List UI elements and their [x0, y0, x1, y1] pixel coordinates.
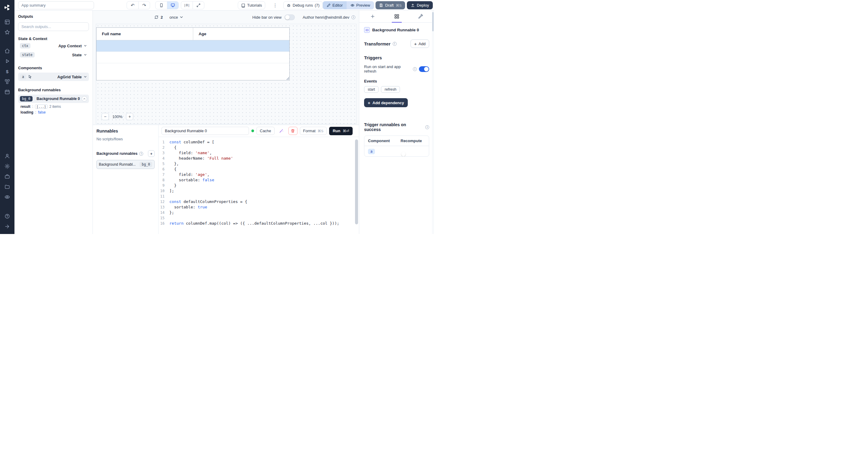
- favorites-icon[interactable]: [0, 27, 14, 37]
- run-on-start-toggle[interactable]: [419, 66, 429, 72]
- page-scrollbar-thumb[interactable]: [432, 12, 434, 31]
- tab-preview[interactable]: Preview: [347, 1, 374, 9]
- code-lines[interactable]: 1const columnDef = [2 {3 field: 'name',4…: [158, 137, 359, 226]
- loading-row: loading : false: [18, 109, 89, 114]
- run-on-start-info-icon[interactable]: [413, 67, 417, 71]
- search-outputs-input[interactable]: [18, 22, 89, 31]
- frequency-select[interactable]: once: [169, 15, 184, 20]
- tab-component-settings[interactable]: [392, 10, 402, 22]
- mobile-view-icon[interactable]: [156, 1, 167, 9]
- state-row[interactable]: state State: [18, 51, 89, 59]
- hide-bar-toggle[interactable]: [284, 14, 295, 20]
- transformer-info-icon[interactable]: [393, 42, 397, 46]
- schedules-icon[interactable]: [0, 87, 14, 97]
- windmill-logo[interactable]: [0, 2, 14, 13]
- resources-icon[interactable]: [0, 76, 14, 87]
- runnable-name-input[interactable]: [161, 127, 249, 135]
- folders-icon[interactable]: [0, 181, 14, 192]
- canvas-toolbar: 2 once Hide bar on view Author henri@win…: [93, 10, 359, 24]
- refresh-count-button[interactable]: 2: [152, 14, 165, 21]
- event-chip-refresh: refresh: [381, 86, 400, 93]
- more-menu-icon[interactable]: ⋮: [272, 1, 279, 9]
- magic-wand-icon: [279, 129, 284, 133]
- state-label: State: [72, 53, 82, 57]
- ai-wand-button[interactable]: [277, 127, 286, 135]
- apps-icon[interactable]: [0, 17, 14, 27]
- tab-insert-component[interactable]: [368, 10, 378, 22]
- format-button[interactable]: Format ⌘S: [300, 127, 327, 135]
- tutorials-button[interactable]: Tutorials: [238, 1, 265, 9]
- result-row: result : [...] 2 items: [18, 103, 89, 109]
- canvas-grid[interactable]: Full name Age − 100% +: [96, 24, 356, 124]
- collapse-bg0-button[interactable]: [82, 96, 87, 101]
- run-button[interactable]: Run ⌘⏎: [329, 127, 352, 135]
- sidebar: $: [0, 0, 14, 234]
- device-toggle-group: [155, 1, 179, 9]
- tab-editor[interactable]: Editor: [323, 1, 347, 9]
- center-align-icon[interactable]: |0|: [181, 1, 193, 9]
- resize-handle[interactable]: [286, 77, 289, 80]
- events-title: Events: [364, 79, 429, 83]
- editor-scrollbar[interactable]: [355, 139, 358, 224]
- zoom-in-button[interactable]: +: [126, 113, 133, 120]
- fullscreen-icon[interactable]: [193, 1, 204, 9]
- expand-result-button[interactable]: [...]: [35, 104, 48, 109]
- editor-preview-toggle: Editor Preview: [323, 1, 374, 9]
- book-icon: [241, 3, 245, 7]
- author-info-icon[interactable]: [351, 15, 355, 19]
- bg-runnables-info-icon[interactable]: [139, 152, 143, 156]
- aggrid-row-selected[interactable]: [96, 40, 289, 52]
- styling-icon: [418, 14, 423, 19]
- cache-button[interactable]: Cache: [256, 127, 275, 135]
- trigger-success-table: Component Recompute a: [364, 136, 429, 157]
- add-dependency-button[interactable]: + Add dependency: [364, 98, 408, 107]
- redo-icon[interactable]: ↷: [138, 1, 150, 9]
- debug-runs-button[interactable]: Debug runs (7): [283, 1, 323, 9]
- result-value: 2 items: [50, 104, 61, 109]
- trigger-success-info-icon[interactable]: [425, 125, 429, 129]
- home-icon[interactable]: [0, 46, 14, 56]
- collapse-sidebar-icon[interactable]: [0, 221, 14, 232]
- events-chips: start refresh: [364, 86, 429, 93]
- page-scrollbar[interactable]: [432, 11, 434, 234]
- event-chip-start: start: [364, 86, 378, 93]
- settings-icon[interactable]: [0, 161, 14, 171]
- desktop-view-icon[interactable]: [167, 1, 179, 9]
- app-summary-input[interactable]: [18, 1, 94, 9]
- undo-icon[interactable]: ↶: [127, 1, 138, 9]
- component-a-row[interactable]: a AgGrid Table: [18, 73, 89, 81]
- help-icon[interactable]: [0, 211, 14, 221]
- variables-icon[interactable]: $: [0, 66, 14, 76]
- add-transformer-button[interactable]: + Add: [410, 39, 429, 48]
- bg0-badge: bg_0: [20, 96, 33, 101]
- add-runnable-button[interactable]: +: [148, 150, 155, 157]
- background-runnables-title: Background runnables: [18, 88, 89, 92]
- delete-runnable-button[interactable]: [288, 127, 298, 135]
- undo-redo-group: ↶ ↷: [127, 1, 150, 9]
- components-title: Components: [18, 66, 89, 70]
- code-editor-panel: Cache Format ⌘S Run ⌘⏎ 1const columnDef …: [158, 125, 359, 234]
- runnable-item-bg0[interactable]: Background Runnabl... bg_0: [96, 160, 155, 169]
- draft-button[interactable]: Draft ⌘S: [375, 1, 405, 9]
- users-icon[interactable]: [0, 151, 14, 161]
- ctx-label: App Context: [59, 44, 82, 48]
- bg0-row[interactable]: bg_0 Background Runnable 0: [18, 95, 89, 103]
- ctx-row[interactable]: ctx App Context: [18, 41, 89, 50]
- audit-eye-icon[interactable]: [0, 192, 14, 202]
- aggrid-header-age[interactable]: Age: [193, 28, 212, 40]
- zoom-controls: − 100% +: [101, 113, 133, 120]
- runnables-panel: Runnables No scripts/flows Background ru…: [93, 125, 158, 234]
- runnables-title: Runnables: [96, 129, 155, 133]
- chevron-up-icon: [83, 97, 86, 100]
- app-root: $ ↶: [0, 0, 434, 234]
- deploy-button[interactable]: Deploy: [407, 1, 433, 9]
- zoom-out-button[interactable]: −: [101, 113, 109, 120]
- runs-icon[interactable]: [0, 56, 14, 66]
- aggrid-header-fullname[interactable]: Full name: [96, 28, 193, 40]
- workspace-icon[interactable]: [0, 171, 14, 181]
- aggrid-row[interactable]: [96, 52, 289, 63]
- tab-styling[interactable]: [415, 10, 426, 22]
- aggrid-row[interactable]: [96, 63, 289, 79]
- aggrid-table-component[interactable]: Full name Age: [96, 27, 290, 80]
- state-context-title: State & Context: [18, 36, 89, 41]
